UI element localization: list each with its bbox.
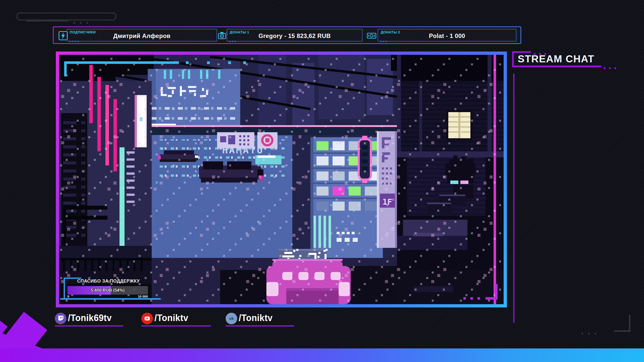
pixel-art-canvas: 5112 HAMATO	[59, 55, 504, 304]
stream-chat-title: STREAM CHAT	[518, 53, 594, 65]
bottom-gradient-bar	[0, 348, 644, 362]
bottom-right-dots-decoration	[582, 331, 601, 335]
top-left-outline-decoration	[17, 13, 116, 20]
chat-left-border	[513, 73, 514, 323]
bottom-right-bracket-decoration	[629, 315, 630, 332]
top-left-dots-decoration	[73, 20, 93, 25]
goal-bracket	[64, 278, 65, 300]
social-underline	[141, 325, 211, 327]
goal-title: СПАСИБО ЗА ПОДДЕРЖКУ	[72, 279, 144, 284]
pixel-art-scene: 5112 HAMATO	[59, 55, 504, 304]
widget-dots	[380, 41, 387, 42]
subscribers-value: Дмитрий Алферов	[67, 29, 217, 41]
video-frame: 5112 HAMATO	[56, 52, 507, 307]
bottom-right-bracket-decoration	[614, 330, 630, 332]
top-widget-bar-inner: ПОДПИСЧИКИ Дмитрий Алферов ДОНАТЫ 1 Greg…	[54, 27, 520, 43]
social-link-vk[interactable]: vk /Toniktv	[226, 312, 294, 327]
widget-dots	[69, 41, 79, 42]
banknote-icon	[367, 31, 377, 41]
svg-text:vk: vk	[229, 316, 234, 321]
goal-progress-bar: 5 400 RUB (54%)	[67, 286, 148, 295]
social-handle: /Toniktv	[154, 313, 188, 323]
goal-min-label: 0	[67, 295, 69, 298]
stream-overlay-page: ПОДПИСЧИКИ Дмитрий Алферов ДОНАТЫ 1 Greg…	[0, 0, 644, 362]
vk-icon: vk	[226, 313, 237, 324]
camera-donation-icon	[218, 31, 228, 41]
widget-dots	[229, 41, 236, 42]
donations-2-widget: ДОНАТЫ 2 Polat - 1 000	[378, 29, 516, 41]
chat-underline	[512, 66, 601, 67]
social-underline	[55, 325, 123, 327]
top-widget-bar: ПОДПИСЧИКИ Дмитрий Алферов ДОНАТЫ 1 Greg…	[53, 26, 521, 44]
social-handle: /Toniktv	[239, 313, 273, 323]
social-underline	[226, 325, 294, 327]
social-link-twitch[interactable]: /Tonik69tv	[55, 312, 123, 327]
goal-progress-label: 5 400 RUB (54%)	[67, 286, 148, 295]
top-left-line-decoration	[26, 21, 68, 21]
chat-dots	[604, 66, 620, 70]
subscribers-widget: ПОДПИСЧИКИ Дмитрий Алферов	[67, 29, 217, 41]
donations-2-value: Polat - 1 000	[378, 29, 516, 41]
chat-bracket	[512, 51, 531, 53]
goal-max-label: 10 000	[118, 295, 148, 298]
social-handle: /Tonik69tv	[68, 313, 112, 323]
chat-bracket	[512, 51, 514, 66]
rain-overlay	[59, 55, 504, 304]
donations-1-widget: ДОНАТЫ 1 Gregory - 15 823,62 RUB	[227, 29, 363, 41]
twitch-icon	[55, 313, 66, 324]
donations-1-value: Gregory - 15 823,62 RUB	[227, 29, 362, 41]
youtube-icon	[141, 313, 153, 324]
social-link-youtube[interactable]: /Toniktv	[141, 312, 211, 327]
